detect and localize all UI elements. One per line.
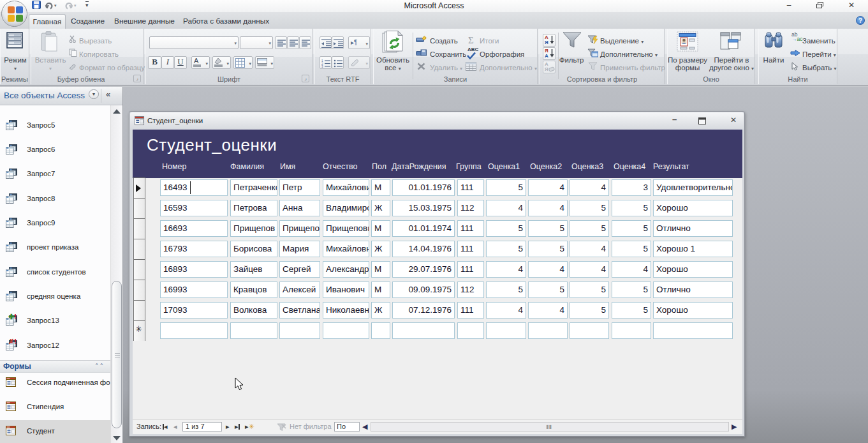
svg-text:3: 3	[321, 65, 323, 68]
